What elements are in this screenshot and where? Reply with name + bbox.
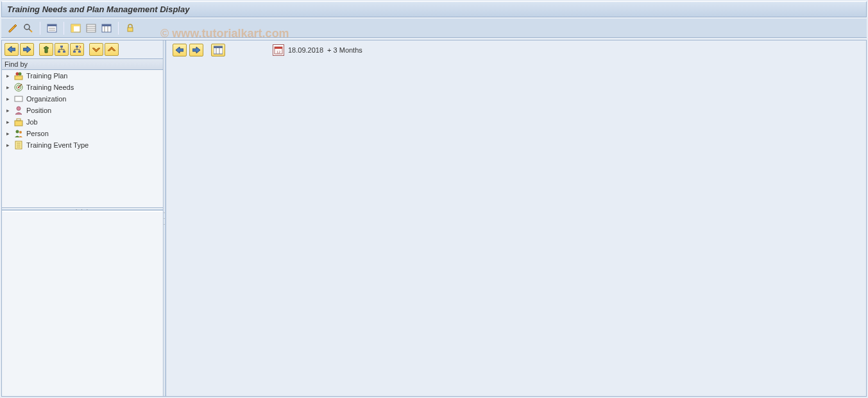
- tree-item-label: Training Event Type: [26, 141, 89, 149]
- svg-rect-40: [15, 96, 22, 101]
- training-needs-icon: [13, 82, 24, 92]
- settings-button[interactable]: [100, 22, 113, 35]
- next-period-button[interactable]: [189, 44, 203, 56]
- column-config-main-button[interactable]: [211, 44, 225, 56]
- date-period-text: + 3 Months: [327, 46, 362, 54]
- expand-icon[interactable]: ▸: [4, 84, 11, 91]
- svg-rect-26: [76, 46, 78, 48]
- expand-icon[interactable]: ▸: [4, 73, 11, 79]
- sidebar-bottom-panel: [2, 211, 163, 396]
- column-config-button[interactable]: [69, 22, 82, 35]
- tree-item-organization[interactable]: ▸ Organization: [2, 93, 163, 105]
- svg-point-35: [19, 73, 22, 76]
- main-toolbar: 12 18.09.2018 + 3 Months: [166, 40, 866, 60]
- collapse-all-button[interactable]: [105, 43, 119, 56]
- tree-item-label: Position: [26, 107, 51, 114]
- tree-item-label: Person: [26, 130, 49, 137]
- svg-point-45: [19, 131, 22, 134]
- svg-rect-33: [15, 76, 22, 80]
- svg-rect-21: [63, 51, 65, 53]
- svg-rect-43: [17, 119, 21, 121]
- svg-rect-18: [128, 28, 133, 31]
- tree-view-button[interactable]: [55, 43, 69, 56]
- job-icon: [13, 117, 24, 127]
- position-icon: [13, 105, 24, 116]
- assign-button[interactable]: [39, 43, 53, 56]
- person-icon: [13, 128, 24, 139]
- horizontal-splitter[interactable]: [2, 208, 163, 211]
- tree-item-training-needs[interactable]: ▸ Training Needs: [2, 82, 163, 93]
- svg-rect-4: [47, 24, 56, 26]
- page-title: Training Needs and Plan Management Displ…: [7, 4, 189, 14]
- findby-tree[interactable]: ▸ Training Plan ▸ Training Needs ▸ Organ…: [2, 70, 163, 208]
- separator: [118, 22, 119, 35]
- svg-text:12: 12: [277, 50, 281, 54]
- list-display-button[interactable]: [46, 22, 58, 35]
- title-bar: Training Needs and Plan Management Displ…: [1, 1, 867, 17]
- separator: [40, 22, 40, 35]
- svg-point-0: [24, 24, 30, 30]
- findby-label: Find by: [4, 60, 28, 68]
- svg-rect-8: [71, 24, 74, 32]
- expand-all-button[interactable]: [89, 43, 103, 56]
- expand-icon[interactable]: ▸: [4, 142, 11, 148]
- svg-rect-20: [58, 51, 60, 53]
- nav-forward-button[interactable]: [20, 43, 34, 56]
- tree-item-position[interactable]: ▸ Position: [2, 105, 163, 116]
- svg-rect-55: [275, 47, 282, 49]
- nav-back-button[interactable]: [4, 43, 19, 56]
- calendar-icon-button[interactable]: 12: [273, 44, 284, 56]
- tree-item-person[interactable]: ▸ Person: [2, 128, 163, 139]
- key-columns-button[interactable]: [85, 22, 98, 35]
- prev-period-button[interactable]: [173, 44, 187, 56]
- svg-line-2: [30, 30, 32, 32]
- change-button[interactable]: [6, 22, 19, 35]
- date-from-text: 18.09.2018: [288, 46, 323, 54]
- search-button[interactable]: [22, 22, 35, 35]
- svg-rect-28: [78, 51, 81, 53]
- training-plan-icon: [13, 71, 24, 81]
- findby-header: Find by: [2, 59, 163, 70]
- expand-icon[interactable]: ▸: [4, 130, 11, 137]
- svg-rect-42: [15, 121, 22, 126]
- svg-rect-9: [74, 24, 80, 26]
- svg-point-41: [17, 107, 21, 110]
- svg-rect-15: [102, 24, 111, 26]
- svg-point-44: [16, 130, 19, 134]
- expand-icon[interactable]: ▸: [4, 96, 11, 102]
- tree-item-label: Job: [26, 118, 38, 126]
- sidebar-nav-toolbar: [2, 40, 163, 59]
- svg-rect-51: [214, 46, 223, 48]
- app-toolbar: [1, 19, 867, 38]
- tree-expand-button[interactable]: [70, 43, 84, 56]
- expand-icon[interactable]: ▸: [4, 107, 11, 114]
- date-area: 12 18.09.2018 + 3 Months: [273, 44, 362, 56]
- tree-item-training-plan[interactable]: ▸ Training Plan: [2, 70, 163, 82]
- svg-rect-27: [73, 51, 76, 53]
- lock-button[interactable]: [124, 22, 137, 35]
- organization-icon: [13, 94, 24, 104]
- body-area: Find by ▸ Training Plan ▸ Training Needs…: [1, 40, 867, 397]
- tree-item-label: Organization: [26, 95, 66, 103]
- main-area: 12 18.09.2018 + 3 Months: [166, 40, 866, 396]
- sidebar: Find by ▸ Training Plan ▸ Training Needs…: [2, 40, 164, 396]
- svg-rect-19: [60, 46, 63, 48]
- tree-item-label: Training Needs: [26, 83, 74, 91]
- tree-item-job[interactable]: ▸ Job: [2, 116, 163, 128]
- expand-icon[interactable]: ▸: [4, 119, 11, 125]
- tree-item-label: Training Plan: [26, 72, 67, 80]
- event-type-icon: [13, 140, 24, 150]
- tree-item-event-type[interactable]: ▸ Training Event Type: [2, 139, 163, 151]
- separator: [64, 22, 64, 35]
